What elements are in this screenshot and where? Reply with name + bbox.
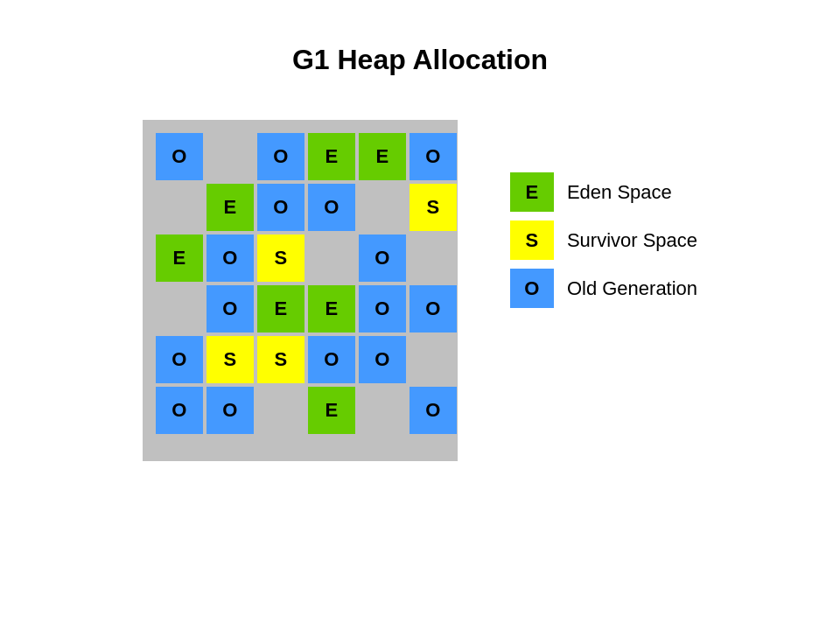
grid-row: OOEO [156,387,444,434]
grid-cell-5-4 [359,387,406,434]
grid-cell-3-5: O [410,285,457,332]
grid-cell-4-4: O [359,336,406,383]
heap-grid: OOEEOEOOSEOSOOEEOOOSSOOOOEO [143,120,458,461]
grid-cell-4-0: O [156,336,203,383]
grid-cell-0-4: E [359,133,406,180]
legend-box-2: O [510,269,554,308]
grid-cell-5-2 [257,387,304,434]
legend: EEden SpaceSSurvivor SpaceOOld Generatio… [510,172,697,308]
grid-cell-1-3: O [308,184,355,231]
grid-cell-4-3: O [308,336,355,383]
grid-cell-1-0 [156,184,203,231]
grid-cell-5-3: E [308,387,355,434]
legend-label-0: Eden Space [567,181,672,204]
grid-cell-4-5 [410,336,457,383]
grid-cell-1-4 [359,184,406,231]
grid-cell-0-5: O [410,133,457,180]
legend-box-1: S [510,220,554,260]
grid-row: OOEEO [156,133,444,180]
legend-label-1: Survivor Space [567,229,697,252]
grid-cell-2-2: S [257,234,304,282]
grid-cell-2-5 [410,234,457,282]
grid-row: EOSO [156,234,444,282]
grid-row: EOOS [156,184,444,231]
grid-cell-5-5: O [410,387,457,434]
grid-cell-2-3 [308,234,355,282]
page-title: G1 Heap Allocation [292,44,548,76]
grid-cell-4-2: S [257,336,304,383]
grid-cell-4-1: S [206,336,254,383]
grid-cell-1-1: E [206,184,254,231]
grid-cell-2-1: O [206,234,254,282]
grid-cell-1-5: S [410,184,457,231]
grid-cell-0-3: E [308,133,355,180]
legend-item-2: OOld Generation [510,269,697,308]
grid-cell-1-2: O [257,184,304,231]
main-content: OOEEOEOOSEOSOOEEOOOSSOOOOEO EEden SpaceS… [143,120,697,461]
grid-row: OSSOO [156,336,444,383]
grid-cell-2-4: O [359,234,406,282]
legend-label-2: Old Generation [567,277,697,300]
grid-cell-2-0: E [156,234,203,282]
grid-cell-5-1: O [206,387,254,434]
grid-cell-3-1: O [206,285,254,332]
grid-row: OEEOO [156,285,444,332]
grid-cell-3-3: E [308,285,355,332]
grid-cell-0-0: O [156,133,203,180]
grid-cell-0-1 [206,133,254,180]
grid-cell-3-2: E [257,285,304,332]
grid-cell-0-2: O [257,133,304,180]
grid-cell-3-4: O [359,285,406,332]
legend-item-1: SSurvivor Space [510,220,697,260]
legend-item-0: EEden Space [510,172,697,212]
grid-cell-5-0: O [156,387,203,434]
grid-cell-3-0 [156,285,203,332]
legend-box-0: E [510,172,554,212]
